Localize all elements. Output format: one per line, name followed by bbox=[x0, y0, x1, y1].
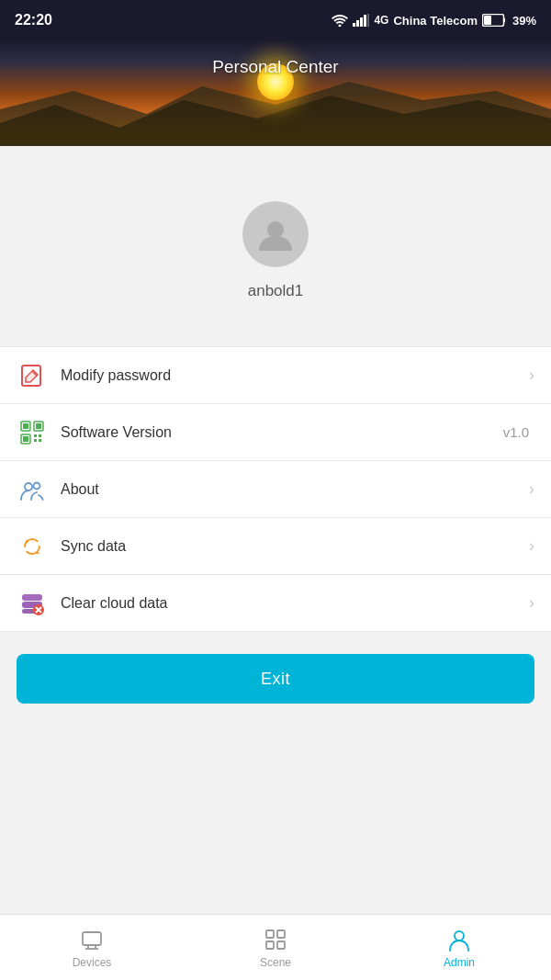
svg-rect-18 bbox=[34, 434, 37, 437]
chevron-right-icon: › bbox=[529, 593, 534, 613]
edit-icon bbox=[17, 360, 48, 391]
svg-rect-2 bbox=[360, 17, 363, 27]
devices-nav-icon bbox=[79, 927, 105, 952]
chevron-right-icon: › bbox=[529, 479, 534, 499]
chevron-right-icon: › bbox=[529, 536, 534, 556]
wifi-icon bbox=[332, 14, 348, 27]
software-version-label: Software Version bbox=[61, 424, 503, 441]
menu-list: Modify password › Software Version v1.0 bbox=[0, 346, 551, 632]
battery-icon bbox=[482, 14, 508, 27]
cloud-clear-icon bbox=[17, 588, 48, 619]
clear-cloud-label: Clear cloud data bbox=[61, 595, 529, 612]
svg-rect-35 bbox=[277, 930, 285, 938]
page-header: Personal Center bbox=[0, 40, 551, 146]
svg-rect-0 bbox=[353, 23, 355, 27]
nav-item-devices[interactable]: Devices bbox=[0, 915, 184, 980]
svg-rect-15 bbox=[36, 423, 41, 429]
status-bar: 22:20 4G China Telecom 39% bbox=[0, 0, 551, 40]
svg-rect-30 bbox=[83, 932, 101, 945]
signal-icon bbox=[353, 14, 369, 27]
avatar bbox=[242, 201, 309, 267]
scene-nav-icon bbox=[263, 927, 288, 952]
status-right: 4G China Telecom 39% bbox=[332, 14, 536, 28]
bottom-navigation: Devices Scene Admin bbox=[0, 914, 551, 980]
svg-rect-37 bbox=[277, 941, 285, 949]
svg-rect-4 bbox=[367, 14, 369, 27]
profile-section: anbold1 bbox=[0, 146, 551, 346]
svg-rect-24 bbox=[22, 594, 42, 601]
svg-rect-19 bbox=[39, 434, 41, 437]
admin-nav-label: Admin bbox=[444, 956, 475, 969]
svg-rect-20 bbox=[34, 439, 37, 442]
exit-button[interactable]: Exit bbox=[17, 654, 534, 704]
menu-item-about[interactable]: About › bbox=[0, 461, 551, 518]
modify-password-label: Modify password bbox=[61, 367, 529, 384]
sync-data-label: Sync data bbox=[61, 538, 529, 555]
sync-icon bbox=[17, 531, 48, 562]
svg-rect-21 bbox=[39, 439, 41, 442]
menu-item-sync-data[interactable]: Sync data › bbox=[0, 518, 551, 575]
svg-point-23 bbox=[34, 482, 40, 489]
svg-rect-3 bbox=[364, 15, 366, 27]
scene-nav-label: Scene bbox=[260, 956, 291, 969]
people-icon bbox=[17, 474, 48, 505]
chevron-right-icon: › bbox=[529, 366, 534, 385]
menu-item-modify-password[interactable]: Modify password › bbox=[0, 347, 551, 404]
network-type: 4G bbox=[374, 14, 388, 27]
status-time: 22:20 bbox=[15, 12, 52, 28]
menu-item-clear-cloud[interactable]: Clear cloud data › bbox=[0, 575, 551, 632]
menu-item-software-version[interactable]: Software Version v1.0 bbox=[0, 404, 551, 461]
svg-rect-36 bbox=[266, 941, 274, 949]
admin-nav-icon bbox=[446, 927, 472, 952]
svg-rect-6 bbox=[484, 16, 491, 25]
carrier-name: China Telecom bbox=[393, 14, 478, 28]
nav-item-admin[interactable]: Admin bbox=[367, 915, 551, 980]
username-text: anbold1 bbox=[248, 282, 304, 300]
svg-point-38 bbox=[455, 931, 464, 941]
exit-section: Exit bbox=[0, 632, 551, 722]
battery-pct: 39% bbox=[512, 14, 536, 28]
svg-point-9 bbox=[267, 221, 284, 238]
svg-rect-34 bbox=[266, 930, 274, 938]
svg-rect-17 bbox=[23, 436, 28, 442]
qr-icon bbox=[17, 417, 48, 448]
about-label: About bbox=[61, 481, 529, 498]
avatar-icon bbox=[255, 214, 296, 254]
nav-item-scene[interactable]: Scene bbox=[184, 915, 367, 980]
svg-point-22 bbox=[25, 483, 32, 490]
software-version-value: v1.0 bbox=[503, 424, 529, 440]
svg-rect-13 bbox=[23, 423, 28, 429]
svg-rect-1 bbox=[356, 20, 359, 27]
devices-nav-label: Devices bbox=[73, 956, 112, 969]
page-title: Personal Center bbox=[212, 57, 338, 77]
